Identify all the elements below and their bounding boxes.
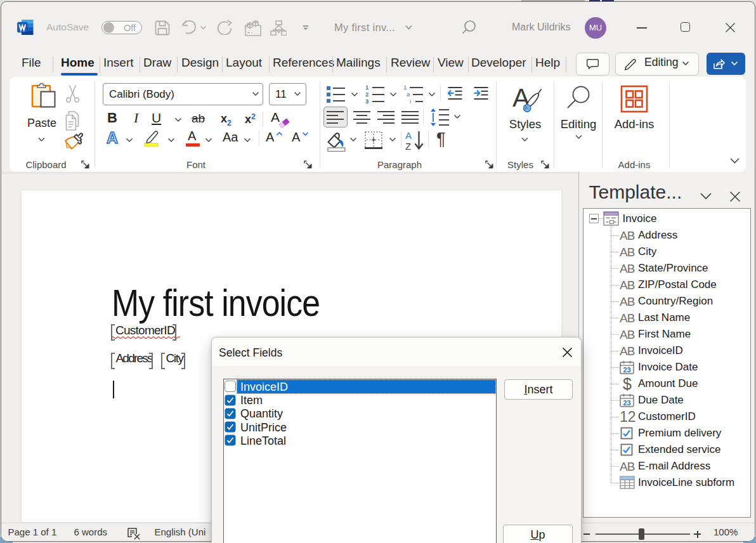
svg-text:i: i: [410, 98, 411, 104]
svg-text:a: a: [407, 91, 410, 98]
svg-text:2: 2: [365, 91, 368, 98]
svg-text:23: 23: [623, 399, 630, 407]
svg-text:A: A: [405, 130, 412, 141]
svg-text:23: 23: [623, 366, 630, 374]
svg-text:Z: Z: [405, 141, 411, 151]
svg-text:3: 3: [365, 98, 368, 104]
svg-text:1: 1: [365, 84, 369, 91]
svg-text:1: 1: [403, 84, 407, 91]
